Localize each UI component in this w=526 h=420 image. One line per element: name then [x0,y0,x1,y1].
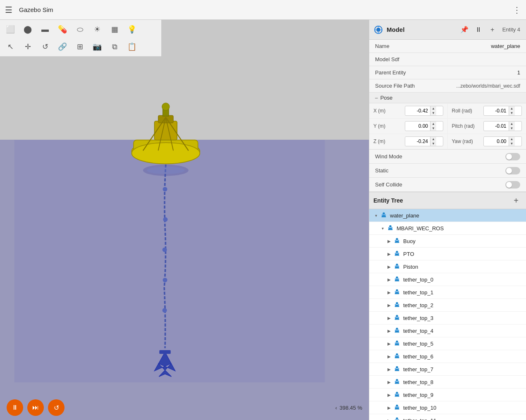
list-item[interactable]: ▶ tether_top_6 [369,350,526,363]
node-icon-9 [393,327,402,335]
list-item[interactable]: ▶ PTO [369,248,526,260]
tree-chevron-4: ▶ [386,263,392,270]
list-item[interactable]: ▶ tether_top_1 [369,286,526,299]
pose-input-0-right[interactable] [484,107,509,115]
pose-input-1-left[interactable] [405,122,430,130]
person-icon-7 [393,301,401,308]
link-btn[interactable]: 🔗 [55,39,70,55]
pose-spin-dn-1-right[interactable]: ▼ [509,126,515,131]
fast-forward-button[interactable]: ⏭ [27,399,44,416]
pose-spinners-0-left: ▲ ▼ [430,106,436,115]
pose-spin-up-0-left[interactable]: ▲ [430,106,436,111]
pose-toggle[interactable]: – [375,95,378,101]
tree-chevron-0: ▾ [373,212,379,219]
sun-btn[interactable]: ☀ [89,21,105,37]
tree-chevron-1: ▾ [379,225,386,231]
list-item[interactable]: ▶ tether_top_4 [369,325,526,337]
list-item[interactable]: ▶ Buoy [369,235,526,248]
more-icon[interactable]: ⋮ [513,5,521,15]
pose-spin-dn-0-left[interactable]: ▼ [430,111,436,115]
list-item[interactable]: ▶ tether_top_8 [369,376,526,389]
list-item[interactable]: ▶ tether_top_11 [369,414,526,420]
pose-input-wrap-0-left: ▲ ▼ [405,106,443,116]
bottom-bar: ⏸ ⏭ ↺ ‹ 398.45 % [0,395,369,420]
svg-point-61 [395,355,397,357]
reset-button[interactable]: ↺ [48,399,65,416]
svg-point-47 [398,291,399,293]
list-item[interactable]: ▶ tether_top_3 [369,312,526,325]
copy-btn[interactable]: ⧉ [107,39,122,55]
pose-spin-up-1-left[interactable]: ▲ [430,122,436,126]
list-item[interactable]: ▶ tether_top_9 [369,389,526,401]
svg-point-59 [398,342,399,344]
pose-cell-z--m-: Z (m) ▲ ▼ [369,134,448,149]
entity-tree-add-button[interactable]: + [510,195,522,206]
pose-input-2-left[interactable] [405,137,430,146]
list-item[interactable]: ▶ tether_top_5 [369,337,526,350]
list-item[interactable]: ▾ water_plane [369,209,526,222]
svg-point-68 [398,381,399,382]
svg-point-20 [147,167,185,174]
pose-label-0-left: X (m) [373,108,402,114]
node-icon-6 [393,288,402,296]
pose-spin-up-0-right[interactable]: ▲ [509,106,515,111]
pose-label-2-left: Z (m) [373,138,402,144]
list-item[interactable]: ▶ tether_top_7 [369,363,526,376]
pose-input-1-right[interactable] [484,122,509,130]
light-btn[interactable]: 💡 [124,21,140,37]
select-btn[interactable]: ↖ [2,39,18,55]
capsule-btn[interactable]: 💊 [55,21,70,37]
tree-node-label-11: tether_top_6 [403,353,433,360]
svg-point-23 [374,29,376,31]
play-pause-button[interactable]: ⏸ [7,399,23,416]
tree-chevron-13: ▶ [386,379,392,385]
list-item[interactable]: ▶ Piston [369,260,526,273]
pose-input-2-right[interactable] [484,137,509,146]
pose-spin-dn-0-right[interactable]: ▼ [509,111,515,115]
grid-btn[interactable]: ▦ [107,21,122,37]
pose-spin-up-2-left[interactable]: ▲ [430,137,436,141]
entity-badge: Entity 4 [501,26,522,33]
sphere-btn[interactable]: ⬤ [20,21,36,37]
move-btn[interactable]: ✛ [20,39,36,55]
rotate-btn[interactable]: ↺ [37,39,53,55]
model-header: Model 📌 ⏸ + Entity 4 [369,20,526,40]
person-icon-11 [393,352,401,360]
right-panel: Model 📌 ⏸ + Entity 4 Name water_plane Mo… [369,20,526,420]
pause-button[interactable]: ⏸ [473,24,484,36]
viewport[interactable]: ⏸ ⏭ ↺ ‹ 398.45 % [0,20,369,420]
camera-btn[interactable]: 📷 [89,39,105,55]
paste-btn[interactable]: 📋 [124,39,140,55]
toggle-switch-2[interactable] [505,181,520,189]
toggle-label-1: Static [375,167,505,174]
list-item[interactable]: ▶ tether_top_0 [369,273,526,286]
pose-spin-up-1-right[interactable]: ▲ [509,122,515,126]
toggle-knob-0 [506,154,512,160]
person-icon-15 [393,403,401,411]
model-header-actions: 📌 ⏸ + Entity 4 [459,24,522,36]
svg-point-16 [163,278,167,282]
pose-input-0-left[interactable] [405,107,430,115]
pose-spin-up-2-right[interactable]: ▲ [509,137,515,141]
svg-point-29 [385,214,386,216]
pose-spin-dn-1-left[interactable]: ▼ [430,126,436,131]
box-btn[interactable]: ⬜ [2,21,18,37]
list-item[interactable]: ▾ MBARI_WEC_ROS [369,222,526,235]
pose-spin-dn-2-right[interactable]: ▼ [509,141,515,146]
svg-point-54 [396,328,398,330]
ellipsoid-btn[interactable]: ⬭ [72,21,88,37]
grid2-btn[interactable]: ⊞ [72,39,88,55]
add-model-button[interactable]: + [487,24,498,36]
toggle-switch-0[interactable] [505,153,520,160]
pin-button[interactable]: 📌 [459,24,470,36]
pose-spin-dn-2-left[interactable]: ▼ [430,141,436,146]
menu-icon[interactable]: ☰ [5,5,12,15]
person-icon-12 [393,365,401,372]
svg-point-39 [396,264,398,266]
cylinder-btn[interactable]: ▬ [37,21,53,37]
toggle-switch-1[interactable] [505,167,520,174]
list-item[interactable]: ▶ tether_top_2 [369,299,526,312]
entity-tree-list[interactable]: ▾ water_plane▾ MBARI_WEC_ROS▶ Buoy▶ PTO▶… [369,209,526,420]
node-icon-15 [393,403,402,412]
list-item[interactable]: ▶ tether_top_10 [369,401,526,414]
